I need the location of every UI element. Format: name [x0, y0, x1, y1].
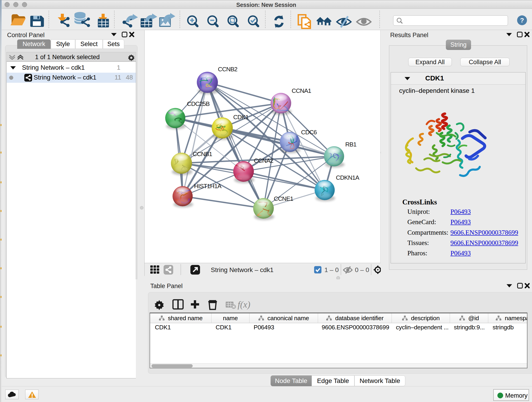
svg-text:CDC25B: CDC25B	[187, 100, 210, 107]
svg-text:CCNA1: CCNA1	[292, 87, 311, 94]
svg-text:CDKN1A: CDKN1A	[336, 174, 360, 181]
svg-text:CCNE1: CCNE1	[274, 195, 293, 202]
svg-text:CDK1: CDK1	[233, 114, 249, 121]
svg-text:RB1: RB1	[345, 141, 356, 148]
svg-text:CCNB1: CCNB1	[193, 151, 212, 157]
svg-text:HIST1H1A: HIST1H1A	[194, 183, 222, 190]
svg-text:f(x): f(x)	[238, 299, 250, 310]
svg-text:CCNB2: CCNB2	[218, 66, 237, 73]
svg-text:CDC6: CDC6	[301, 129, 317, 136]
svg-text:CCNA2: CCNA2	[254, 157, 273, 164]
